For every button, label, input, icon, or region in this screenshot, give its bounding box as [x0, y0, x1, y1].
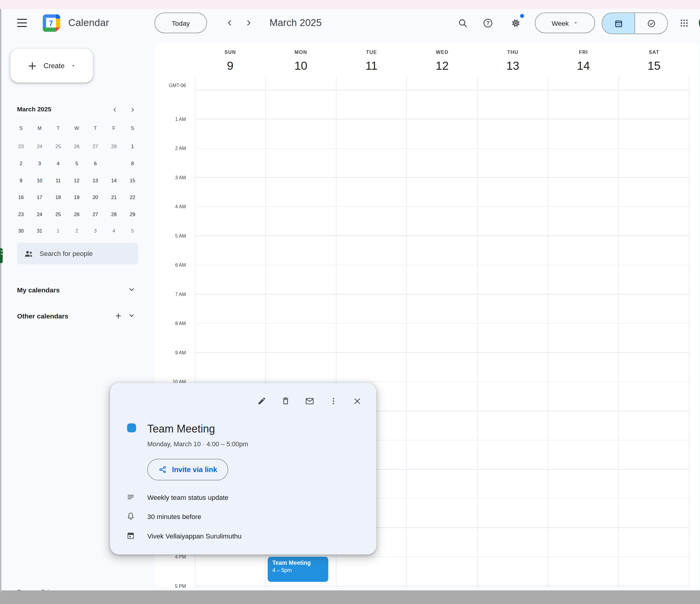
day-header[interactable]: WED12: [407, 43, 478, 90]
avatar[interactable]: [699, 15, 700, 30]
mini-calendar-day[interactable]: 19: [67, 189, 86, 206]
day-number[interactable]: 11: [366, 59, 378, 73]
mini-calendar-day[interactable]: 17: [30, 189, 49, 206]
day-column[interactable]: [618, 90, 689, 587]
browser-extension-tab[interactable]: [0, 248, 3, 263]
time-label: 2 AM: [155, 146, 195, 151]
mini-calendar-day[interactable]: 8: [123, 155, 142, 172]
delete-event-button[interactable]: [277, 392, 295, 410]
mini-calendar-day[interactable]: 4: [104, 222, 123, 239]
day-number[interactable]: 10: [294, 59, 307, 73]
day-header[interactable]: FRI14: [548, 43, 619, 90]
mini-calendar-day[interactable]: 25: [49, 206, 67, 222]
mini-calendar-day[interactable]: 23: [12, 206, 30, 222]
calendar-view-toggle[interactable]: [602, 13, 635, 34]
mini-calendar-day[interactable]: 1: [123, 138, 142, 155]
mini-calendar-day[interactable]: 3: [86, 222, 104, 239]
mini-calendar-day[interactable]: 9: [12, 172, 30, 188]
my-calendars-section[interactable]: My calendars: [17, 283, 138, 296]
next-week-button[interactable]: [241, 15, 257, 31]
mini-calendar-day[interactable]: 25: [49, 138, 67, 155]
mini-calendar-day[interactable]: 27: [86, 138, 104, 155]
mini-calendar-day[interactable]: 24: [30, 138, 49, 155]
today-button[interactable]: Today: [154, 12, 207, 33]
mini-calendar-day[interactable]: 10: [30, 172, 49, 188]
mini-calendar-day[interactable]: 1: [49, 222, 67, 239]
mini-calendar-day[interactable]: 5: [67, 155, 86, 172]
chevron-down-icon: [71, 64, 76, 69]
other-calendars-section[interactable]: Other calendars: [17, 309, 138, 322]
close-popup-button[interactable]: [348, 392, 366, 410]
mini-calendar-day[interactable]: 26: [67, 206, 86, 222]
day-number[interactable]: 13: [506, 59, 519, 73]
event-team-meeting[interactable]: Team Meeting 4 – 5pm: [268, 557, 328, 582]
top-bar: 7 Calendar Today March 2025 ?: [0, 9, 700, 44]
mini-calendar-day[interactable]: 15: [123, 172, 142, 188]
mini-calendar-day[interactable]: 5: [123, 222, 142, 239]
mini-calendar-day[interactable]: 24: [30, 206, 49, 222]
day-header[interactable]: TUE11: [336, 43, 407, 90]
day-of-week: SAT: [649, 49, 659, 55]
day-number[interactable]: 12: [435, 59, 449, 73]
mini-calendar-day[interactable]: 23: [12, 138, 30, 155]
view-selector-label: Week: [552, 19, 569, 27]
popup-event-title: Team Meeting: [147, 423, 215, 435]
mini-calendar-day[interactable]: 3: [30, 155, 49, 172]
calendar-logo-icon[interactable]: 7: [43, 15, 60, 32]
day-header[interactable]: MON10: [266, 43, 336, 90]
mini-calendar-day[interactable]: 18: [49, 189, 67, 206]
my-calendars-expand-icon[interactable]: [125, 283, 138, 296]
day-of-week: THU: [507, 49, 519, 55]
mini-calendar-day[interactable]: 11: [49, 172, 67, 188]
help-icon[interactable]: ?: [478, 13, 498, 33]
day-number[interactable]: 9: [227, 59, 233, 73]
mini-calendar-day[interactable]: 29: [123, 206, 142, 222]
day-header[interactable]: THU13: [478, 43, 548, 90]
mini-calendar-day[interactable]: 28: [104, 206, 123, 222]
mini-calendar-day[interactable]: 4: [49, 155, 67, 172]
mini-calendar-day[interactable]: 6: [86, 155, 104, 172]
search-people-input[interactable]: Search for people: [17, 243, 138, 265]
day-number[interactable]: 15: [648, 59, 660, 73]
mini-calendar-day[interactable]: 14: [104, 172, 123, 188]
mini-calendar-day[interactable]: 2: [12, 155, 30, 172]
more-options-button[interactable]: [324, 392, 342, 410]
mini-calendar-day[interactable]: 26: [67, 138, 86, 155]
google-apps-grid-icon[interactable]: [674, 13, 694, 33]
mini-calendar-day[interactable]: 31: [30, 222, 49, 239]
add-other-calendars-icon[interactable]: [111, 309, 125, 322]
day-column[interactable]: [406, 90, 477, 587]
create-button[interactable]: Create: [10, 49, 93, 83]
mini-calendar-day[interactable]: 16: [12, 189, 30, 206]
invite-via-link-button[interactable]: Invite via link: [147, 459, 228, 480]
day-column[interactable]: [477, 90, 548, 587]
day-column[interactable]: [548, 90, 619, 587]
mini-calendar-day[interactable]: 30: [12, 222, 30, 239]
time-label: 4 AM: [155, 204, 195, 209]
tasks-view-toggle[interactable]: [635, 13, 668, 34]
mini-calendar-day[interactable]: 20: [86, 189, 104, 206]
mini-calendar-day[interactable]: 12: [67, 172, 86, 188]
mini-calendar-day[interactable]: 13: [86, 172, 104, 188]
email-guests-button[interactable]: [301, 392, 319, 410]
mini-calendar-day[interactable]: 27: [86, 206, 104, 222]
mini-calendar-day[interactable]: 2: [67, 222, 86, 239]
event-description: Weekly team status update: [147, 493, 228, 501]
previous-week-button[interactable]: [221, 15, 238, 31]
calendar-view-icon: [614, 19, 623, 28]
mini-calendar-day[interactable]: 28: [104, 138, 123, 155]
day-number[interactable]: 14: [577, 59, 590, 73]
day-header[interactable]: SAT15: [619, 43, 690, 90]
mini-calendar-day[interactable]: 7: [104, 155, 123, 172]
search-icon[interactable]: [453, 13, 472, 33]
day-header[interactable]: SUN9: [195, 43, 266, 90]
mini-calendar-day[interactable]: 22: [123, 189, 142, 206]
mini-calendar-prev-button[interactable]: [108, 103, 121, 117]
mini-calendar-day[interactable]: 21: [104, 189, 123, 206]
edit-event-button[interactable]: [253, 392, 271, 410]
view-selector-dropdown[interactable]: Week: [535, 12, 595, 33]
main-menu-button[interactable]: [14, 15, 30, 31]
window-bottom-strip: [0, 590, 700, 604]
mini-calendar-next-button[interactable]: [126, 103, 139, 117]
other-calendars-expand-icon[interactable]: [125, 309, 138, 322]
